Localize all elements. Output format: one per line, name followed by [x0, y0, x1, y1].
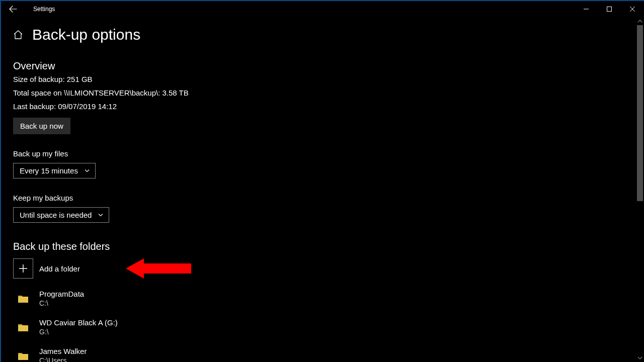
- page-header: Back-up options: [13, 26, 636, 43]
- back-button[interactable]: [3, 1, 23, 17]
- folder-path: C:\: [39, 299, 84, 307]
- folder-icon: [13, 351, 33, 360]
- plus-icon: [13, 258, 33, 279]
- chevron-down-icon: [84, 166, 90, 175]
- folders-heading: Back up these folders: [13, 241, 636, 252]
- total-space-line: Total space on \\ILMIONTSERVER\backup\: …: [13, 88, 636, 97]
- vertical-scrollbar[interactable]: [636, 17, 644, 362]
- add-folder-button[interactable]: Add a folder: [13, 258, 636, 279]
- frequency-label: Back up my files: [13, 149, 636, 158]
- content-area: Back-up options Overview Size of backup:…: [1, 17, 636, 362]
- folder-text: James WalkerC:\Users: [39, 347, 87, 362]
- close-icon: [630, 7, 635, 12]
- retention-select[interactable]: Until space is needed: [13, 207, 109, 223]
- close-button[interactable]: [621, 1, 644, 17]
- window-controls: [575, 1, 644, 17]
- folder-list: ProgramDataC:\ WD Caviar Black A (G:)G:\…: [13, 290, 636, 362]
- backup-size-line: Size of backup: 251 GB: [13, 75, 636, 83]
- maximize-icon: [607, 7, 612, 12]
- back-arrow-icon: [9, 5, 17, 13]
- folder-text: WD Caviar Black A (G:)G:\: [39, 318, 118, 336]
- folder-name: James Walker: [39, 347, 87, 355]
- folder-item[interactable]: ProgramDataC:\: [13, 290, 636, 307]
- scroll-up-button[interactable]: [636, 17, 644, 25]
- folder-name: WD Caviar Black A (G:): [39, 318, 118, 327]
- scroll-track[interactable]: [636, 25, 644, 354]
- folder-name: ProgramData: [39, 290, 84, 298]
- folder-path: C:\Users: [39, 356, 87, 362]
- folder-icon: [13, 323, 33, 332]
- svg-rect-0: [607, 7, 612, 12]
- page-title: Back-up options: [32, 26, 140, 43]
- folder-item[interactable]: James WalkerC:\Users: [13, 347, 636, 362]
- caret-down-icon: [637, 355, 642, 360]
- chevron-down-icon: [98, 211, 104, 219]
- backup-now-button[interactable]: Back up now: [13, 118, 70, 134]
- last-backup-line: Last backup: 09/07/2019 14:12: [13, 102, 636, 111]
- minimize-icon: [584, 7, 589, 12]
- titlebar-left: Settings: [3, 1, 55, 17]
- maximize-button[interactable]: [598, 1, 621, 17]
- home-icon: [13, 30, 23, 40]
- folder-item[interactable]: WD Caviar Black A (G:)G:\: [13, 318, 636, 336]
- retention-value: Until space is needed: [20, 211, 92, 219]
- minimize-button[interactable]: [575, 1, 598, 17]
- scroll-down-button[interactable]: [636, 354, 644, 362]
- folder-text: ProgramDataC:\: [39, 290, 84, 307]
- overview-heading: Overview: [13, 60, 636, 72]
- add-folder-label: Add a folder: [39, 264, 80, 273]
- window-title: Settings: [33, 6, 55, 13]
- caret-up-icon: [637, 19, 642, 24]
- folder-path: G:\: [39, 328, 118, 336]
- folder-icon: [13, 294, 33, 303]
- titlebar: Settings: [1, 1, 644, 17]
- frequency-value: Every 15 minutes: [20, 166, 78, 175]
- retention-label: Keep my backups: [13, 194, 636, 202]
- scroll-thumb[interactable]: [637, 25, 643, 201]
- frequency-select[interactable]: Every 15 minutes: [13, 163, 96, 178]
- home-button[interactable]: [13, 30, 23, 40]
